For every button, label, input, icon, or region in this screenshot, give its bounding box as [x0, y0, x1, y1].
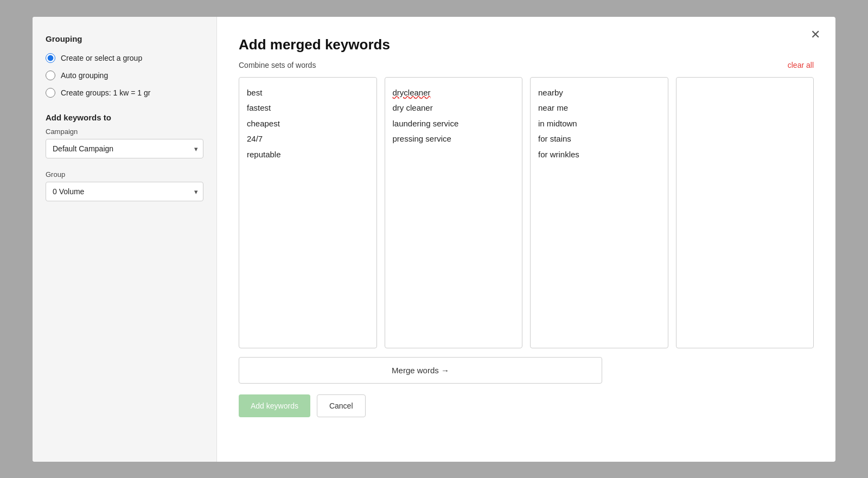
radio-create-select[interactable]: Create or select a group: [46, 53, 203, 63]
campaign-select[interactable]: Default Campaign: [46, 139, 203, 158]
group-label: Group: [46, 170, 203, 179]
radio-create-groups[interactable]: Create groups: 1 kw = 1 gr: [46, 88, 203, 98]
radio-create-select-input[interactable]: [46, 53, 55, 63]
word-set-1[interactable]: best fastest cheapest 24/7 reputable: [239, 77, 377, 348]
radio-auto-grouping-label: Auto grouping: [61, 71, 108, 80]
word-item: for stains: [538, 131, 660, 147]
combine-header: Combine sets of words clear all: [239, 61, 814, 69]
merge-words-button[interactable]: Merge words →: [239, 357, 602, 384]
word-item: laundering service: [393, 116, 515, 132]
word-item: dry cleaner: [393, 100, 515, 116]
word-item: reputable: [247, 147, 369, 163]
word-item: near me: [538, 100, 660, 116]
word-item: nearby: [538, 85, 660, 101]
word-item: 24/7: [247, 131, 369, 147]
combine-label: Combine sets of words: [239, 61, 316, 69]
grouping-title: Grouping: [46, 34, 203, 43]
modal-overlay: Grouping Create or select a group Auto g…: [0, 0, 868, 478]
modal-title: Add merged keywords: [239, 36, 814, 53]
clear-all-button[interactable]: clear all: [788, 61, 814, 69]
radio-create-select-label: Create or select a group: [61, 54, 142, 62]
radio-auto-grouping-input[interactable]: [46, 71, 55, 80]
word-item: fastest: [247, 100, 369, 116]
add-keywords-title: Add keywords to: [46, 113, 203, 122]
merge-words-label: Merge words →: [392, 366, 449, 375]
word-item: in midtown: [538, 116, 660, 132]
close-button[interactable]: ✕: [810, 29, 820, 41]
word-item: for wrinkles: [538, 147, 660, 163]
word-set-4[interactable]: [676, 77, 814, 348]
group-select-wrapper: 0 Volume ▾: [46, 182, 203, 201]
modal: Grouping Create or select a group Auto g…: [33, 17, 835, 462]
add-keywords-button[interactable]: Add keywords: [239, 394, 310, 417]
main-content: ✕ Add merged keywords Combine sets of wo…: [217, 17, 835, 462]
sidebar: Grouping Create or select a group Auto g…: [33, 17, 217, 462]
radio-create-groups-input[interactable]: [46, 88, 55, 98]
word-item: cheapest: [247, 116, 369, 132]
word-item-drycleaner: drycleaner: [393, 85, 515, 101]
radio-group: Create or select a group Auto grouping C…: [46, 53, 203, 98]
word-item: pressing service: [393, 131, 515, 147]
campaign-select-wrapper: Default Campaign ▾: [46, 139, 203, 158]
cancel-button[interactable]: Cancel: [317, 394, 366, 417]
word-set-2[interactable]: drycleaner dry cleaner laundering servic…: [385, 77, 523, 348]
word-item: best: [247, 85, 369, 101]
radio-create-groups-label: Create groups: 1 kw = 1 gr: [61, 88, 150, 97]
word-sets-row: best fastest cheapest 24/7 reputable dry…: [239, 77, 814, 348]
campaign-label: Campaign: [46, 128, 203, 136]
radio-auto-grouping[interactable]: Auto grouping: [46, 71, 203, 80]
action-row: Add keywords Cancel: [239, 394, 814, 417]
group-select[interactable]: 0 Volume: [46, 182, 203, 201]
word-set-3[interactable]: nearby near me in midtown for stains for…: [530, 77, 668, 348]
